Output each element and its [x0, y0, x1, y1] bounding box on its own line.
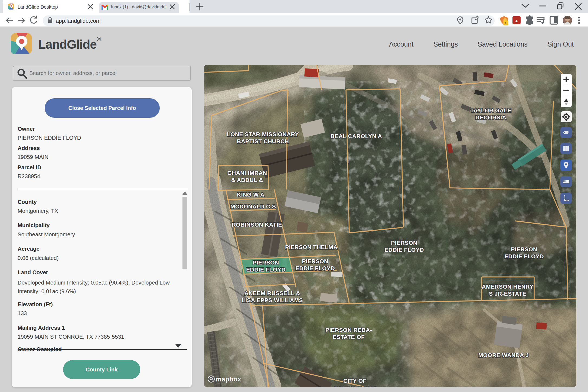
- svg-text:PIERSON: PIERSON: [302, 258, 328, 264]
- svg-text:KING W A: KING W A: [237, 191, 264, 198]
- svg-text:MOORE WANDA J: MOORE WANDA J: [478, 352, 529, 358]
- svg-text:ESTATE OF: ESTATE OF: [333, 334, 365, 340]
- svg-text:AKEEM RUSSELL &: AKEEM RUSSELL &: [244, 290, 300, 296]
- svg-text:BEAL CAROLYN A: BEAL CAROLYN A: [331, 133, 382, 139]
- svg-text:DECORSIA: DECORSIA: [475, 114, 506, 120]
- svg-text:CITY OF: CITY OF: [343, 378, 366, 384]
- svg-text:EDDIE FLOYD: EDDIE FLOYD: [504, 253, 544, 259]
- svg-text:EDDIE FLOYD: EDDIE FLOYD: [295, 265, 335, 271]
- svg-text:AMERSON HENRY: AMERSON HENRY: [482, 283, 533, 290]
- svg-text:▲: ▲: [514, 18, 519, 23]
- svg-text:PIERSON REBA-: PIERSON REBA-: [325, 327, 372, 333]
- svg-text:PIERSON THELMA: PIERSON THELMA: [285, 244, 337, 250]
- svg-text:GHANI IMRAN: GHANI IMRAN: [227, 170, 267, 176]
- svg-text:LONE STAR MISSIONARY: LONE STAR MISSIONARY: [227, 131, 299, 137]
- svg-text:ROBINSON KATIE: ROBINSON KATIE: [232, 221, 282, 228]
- svg-text:MCDONALD C S: MCDONALD C S: [230, 203, 276, 210]
- svg-text:mapbox: mapbox: [216, 375, 241, 383]
- svg-text:PIERSON: PIERSON: [511, 246, 537, 252]
- svg-text:TAYLOR GALE: TAYLOR GALE: [470, 107, 511, 113]
- svg-text:LISA EPPS WILLIAMS: LISA EPPS WILLIAMS: [242, 297, 303, 303]
- svg-text:!: !: [505, 21, 507, 25]
- svg-text:SHENANDOAH: SHENANDOAH: [334, 385, 376, 387]
- svg-text:& ABDUL &: & ABDUL &: [231, 177, 263, 183]
- svg-text:PIERSON: PIERSON: [253, 259, 279, 266]
- svg-text:EDDIE FLOYD: EDDIE FLOYD: [384, 247, 424, 253]
- svg-text:EDDIE FLOYD: EDDIE FLOYD: [246, 266, 286, 273]
- svg-text:S JR-ESTATE: S JR-ESTATE: [489, 290, 526, 297]
- svg-text:BAPTIST CHURCH: BAPTIST CHURCH: [237, 138, 289, 144]
- svg-text:PIERSON: PIERSON: [391, 240, 417, 246]
